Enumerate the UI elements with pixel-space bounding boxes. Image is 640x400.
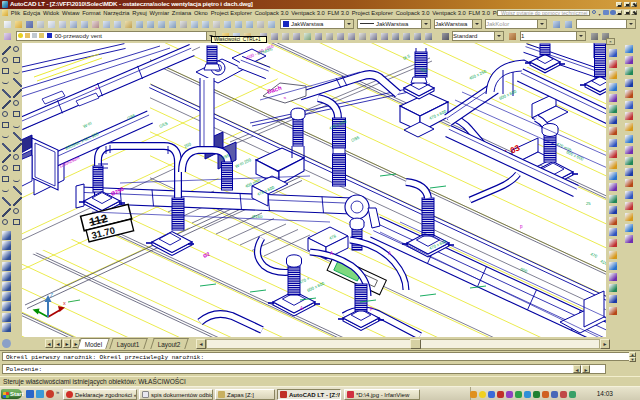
svg-text:Ø160: Ø160 [252,214,263,219]
svg-text:25: 25 [586,201,591,206]
svg-text:z: z [50,291,53,298]
svg-text:×: × [95,86,98,91]
svg-text:A: A [388,251,391,256]
svg-text:A: A [330,251,333,256]
svg-text:A: A [300,306,303,311]
svg-text:x: x [63,300,66,306]
